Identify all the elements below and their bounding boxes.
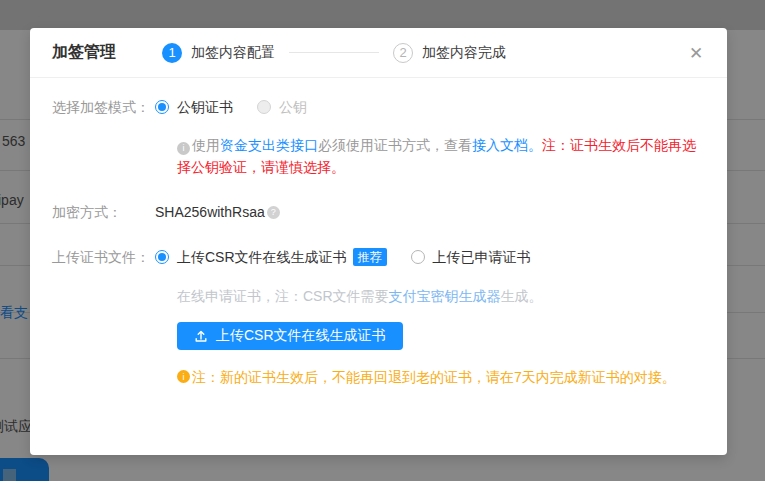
close-icon[interactable]: ✕ [683, 40, 709, 66]
step-1-number: 1 [162, 43, 182, 63]
radio-upload-csr[interactable]: 上传CSR文件在线生成证书 推荐 [155, 247, 387, 267]
encryption-row: 加密方式： SHA256withRsaa ? [52, 202, 713, 222]
step-2-number: 2 [393, 43, 413, 63]
step-2: 2 加签内容完成 [393, 43, 506, 63]
notice-text: 使用 [192, 137, 220, 153]
radio-upload-csr-label[interactable]: 上传CSR文件在线生成证书 [177, 247, 347, 267]
dialog-title: 加签管理 [52, 42, 116, 63]
upload-csr-button[interactable]: 上传CSR文件在线生成证书 [177, 322, 403, 350]
radio-unselected-icon[interactable] [411, 250, 425, 264]
encryption-label: 加密方式： [52, 202, 155, 222]
new-cert-note-text: 注：新的证书生效后，不能再回退到老的证书，请在7天内完成新证书的对接。 [192, 367, 676, 387]
note-info-icon: i [177, 370, 190, 383]
radio-public-key-cert-label[interactable]: 公钥证书 [177, 97, 233, 117]
help-icon[interactable]: ? [267, 206, 280, 219]
new-cert-note: i 注：新的证书生效后，不能再回退到老的证书，请在7天内完成新证书的对接。 [177, 367, 709, 387]
radio-public-key: 公钥 [257, 97, 307, 117]
upload-cert-label: 上传证书文件： [52, 247, 155, 267]
sign-mode-label: 选择加签模式： [52, 97, 155, 117]
step-2-label: 加签内容完成 [422, 44, 506, 62]
dialog-header: 加签管理 1 加签内容配置 2 加签内容完成 ✕ [30, 28, 727, 78]
upload-icon [194, 329, 208, 343]
hint-text: 在线申请证书，注：CSR文件需要 [177, 288, 389, 304]
dialog-body: 选择加签模式： 公钥证书 公钥 i使用资金支出类接口必须使用证书方式，查看接入文… [30, 78, 727, 387]
integration-doc-link[interactable]: 接入文档 [472, 137, 528, 153]
encryption-value-wrap: SHA256withRsaa ? [155, 202, 713, 222]
hint-text: 生成。 [501, 288, 543, 304]
radio-selected-icon[interactable] [155, 250, 169, 264]
encryption-value: SHA256withRsaa [155, 202, 265, 222]
sign-mode-options: 公钥证书 公钥 [155, 97, 713, 117]
notice-text: 必须使用证书方式，查看 [318, 137, 472, 153]
recommended-badge: 推荐 [353, 248, 387, 266]
radio-public-key-label: 公钥 [279, 97, 307, 117]
upload-cert-options: 上传CSR文件在线生成证书 推荐 上传已申请证书 [155, 247, 713, 267]
signature-management-dialog: 加签管理 1 加签内容配置 2 加签内容完成 ✕ 选择加签模式： 公钥证书 [30, 28, 727, 455]
upload-csr-button-label: 上传CSR文件在线生成证书 [216, 327, 386, 345]
cert-mode-notice: i使用资金支出类接口必须使用证书方式，查看接入文档。注：证书生效后不能再选择公钥… [177, 134, 709, 178]
step-connector [289, 52, 379, 53]
radio-selected-icon[interactable] [155, 100, 169, 114]
notice-period: 。 [528, 137, 542, 153]
radio-upload-existing[interactable]: 上传已申请证书 [411, 247, 531, 267]
step-1-label: 加签内容配置 [191, 44, 275, 62]
stepper: 1 加签内容配置 2 加签内容完成 [162, 43, 506, 63]
info-icon: i [177, 142, 190, 155]
upload-cert-row: 上传证书文件： 上传CSR文件在线生成证书 推荐 上传已申请证书 [52, 247, 713, 267]
sign-mode-row: 选择加签模式： 公钥证书 公钥 [52, 97, 713, 117]
radio-disabled-icon [257, 100, 271, 114]
radio-upload-existing-label[interactable]: 上传已申请证书 [433, 247, 531, 267]
csr-hint: 在线申请证书，注：CSR文件需要支付宝密钥生成器生成。 [177, 286, 709, 306]
key-generator-link[interactable]: 支付宝密钥生成器 [389, 288, 501, 304]
radio-public-key-cert[interactable]: 公钥证书 [155, 97, 233, 117]
step-1: 1 加签内容配置 [162, 43, 275, 63]
funds-api-link[interactable]: 资金支出类接口 [220, 137, 318, 153]
